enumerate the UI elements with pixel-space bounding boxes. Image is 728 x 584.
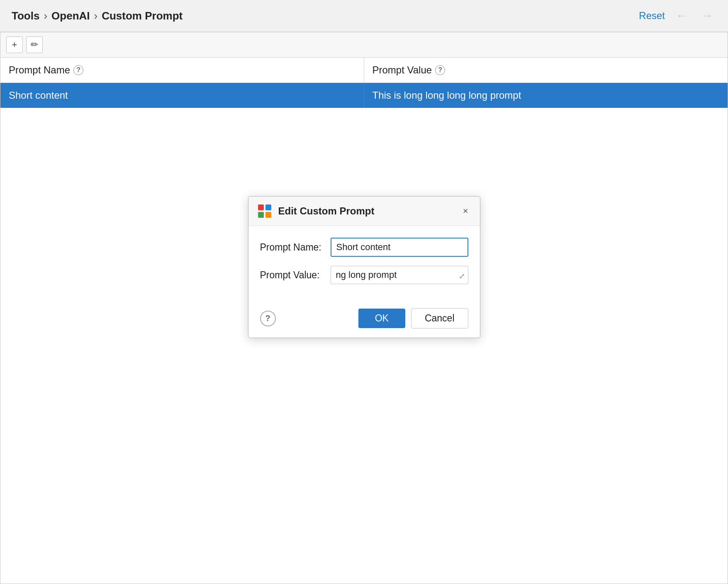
col-name-help-icon[interactable]: ? bbox=[73, 65, 83, 75]
back-button[interactable]: ← bbox=[672, 7, 691, 24]
modal-close-button[interactable]: × bbox=[460, 204, 472, 218]
expand-icon[interactable]: ⤢ bbox=[459, 272, 465, 281]
col-name-label: Prompt Name bbox=[9, 64, 70, 76]
table-header: Prompt Name ? Prompt Value ? bbox=[0, 58, 728, 83]
breadcrumb-page: Custom Prompt bbox=[102, 10, 183, 22]
form-row-value: Prompt Value: ⤢ bbox=[260, 266, 468, 284]
col-name-header: Prompt Name ? bbox=[0, 58, 364, 83]
modal-app-icon bbox=[257, 203, 273, 219]
edit-button[interactable]: ✏ bbox=[26, 36, 43, 53]
table-cell-value: This is long long long long prompt bbox=[364, 83, 728, 108]
content-panel: + ✏ Prompt Name ? Prompt Value ? Short c… bbox=[0, 32, 728, 584]
breadcrumb-sep1: › bbox=[44, 10, 47, 22]
col-value-header: Prompt Value ? bbox=[364, 58, 728, 83]
modal-title: Edit Custom Prompt bbox=[278, 205, 375, 217]
prompt-value-label: Prompt Value: bbox=[260, 270, 331, 281]
prompt-value-input[interactable] bbox=[331, 266, 468, 284]
breadcrumb-openai: OpenAI bbox=[51, 10, 90, 22]
edit-dialog: Edit Custom Prompt × Prompt Name: Prompt… bbox=[248, 196, 480, 338]
add-button[interactable]: + bbox=[6, 36, 23, 53]
col-value-label: Prompt Value bbox=[373, 64, 432, 76]
prompt-name-input[interactable] bbox=[331, 238, 468, 257]
breadcrumb-sep2: › bbox=[94, 10, 98, 22]
toolbar: + ✏ bbox=[0, 32, 728, 58]
svg-rect-3 bbox=[265, 212, 271, 218]
svg-rect-1 bbox=[265, 204, 271, 210]
modal-footer: ? OK Cancel bbox=[248, 303, 480, 338]
prompt-value-wrapper: ⤢ bbox=[331, 266, 468, 284]
modal-title-left: Edit Custom Prompt bbox=[257, 203, 375, 219]
cancel-button[interactable]: Cancel bbox=[411, 308, 468, 328]
breadcrumb: Tools › OpenAI › Custom Prompt bbox=[12, 10, 183, 22]
modal-body: Prompt Name: Prompt Value: ⤢ bbox=[248, 226, 480, 303]
prompt-name-label: Prompt Name: bbox=[260, 242, 331, 253]
table-row[interactable]: Short content This is long long long lon… bbox=[0, 83, 728, 108]
reset-button[interactable]: Reset bbox=[639, 10, 665, 22]
svg-rect-0 bbox=[258, 204, 264, 210]
modal-titlebar: Edit Custom Prompt × bbox=[248, 197, 480, 226]
ok-button[interactable]: OK bbox=[358, 309, 405, 328]
header: Tools › OpenAI › Custom Prompt Reset ← → bbox=[0, 0, 728, 32]
col-value-help-icon[interactable]: ? bbox=[435, 65, 445, 75]
breadcrumb-tools: Tools bbox=[12, 10, 39, 22]
svg-rect-2 bbox=[258, 212, 264, 218]
forward-button[interactable]: → bbox=[698, 7, 716, 24]
dialog-help-button[interactable]: ? bbox=[260, 311, 276, 326]
table-cell-name: Short content bbox=[0, 83, 364, 108]
header-actions: Reset ← → bbox=[639, 7, 716, 24]
form-row-name: Prompt Name: bbox=[260, 238, 468, 257]
